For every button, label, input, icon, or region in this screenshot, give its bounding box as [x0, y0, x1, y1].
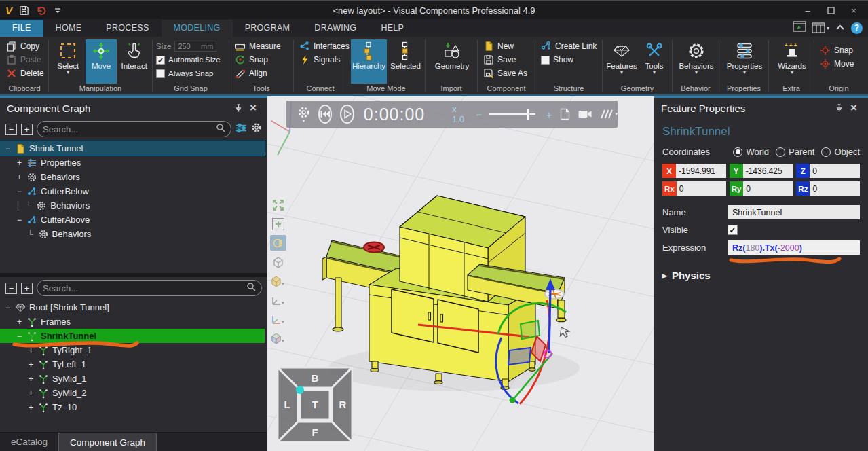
- tree-item-tyleft-1[interactable]: +TyLeft_1: [0, 357, 265, 372]
- bottom-tab-component-graph[interactable]: Component Graph: [58, 433, 157, 451]
- export-pdf-icon[interactable]: [560, 108, 570, 120]
- close-panel-icon[interactable]: ×: [246, 101, 261, 115]
- tree-expander[interactable]: +: [16, 173, 23, 182]
- viewcube-corner-marker[interactable]: [296, 386, 304, 394]
- collapse-all-button-2[interactable]: −: [5, 283, 17, 294]
- origin-move-button[interactable]: Move: [818, 57, 861, 71]
- pose-input-rx[interactable]: 0: [677, 181, 726, 196]
- menu-tab-help[interactable]: HELP: [369, 20, 416, 37]
- copy-button[interactable]: Copy: [4, 39, 46, 53]
- radio-icon[interactable]: [821, 147, 831, 157]
- signals-button[interactable]: Signals: [297, 53, 345, 67]
- pose-input-x[interactable]: -1594.991: [676, 164, 726, 178]
- origin-snap-button[interactable]: Snap: [818, 43, 861, 57]
- collapse-ribbon-icon[interactable]: [835, 22, 846, 34]
- selected-move-mode-button[interactable]: Selected: [388, 39, 423, 84]
- undo-icon[interactable]: [36, 5, 47, 16]
- create-link-button[interactable]: Create Link: [539, 39, 600, 53]
- frame-display-icon[interactable]: ▾: [270, 292, 286, 308]
- wizards-button[interactable]: + + +Wizards▾: [775, 39, 809, 84]
- expand-all-button[interactable]: +: [21, 124, 33, 135]
- tree-expander[interactable]: +: [27, 389, 35, 398]
- axis-display-icon[interactable]: ▾: [270, 311, 286, 327]
- tree-expander[interactable]: −: [16, 215, 23, 225]
- reset-simulation-button[interactable]: [318, 105, 332, 124]
- always-snap-checkbox[interactable]: ✓: [156, 69, 165, 78]
- fit-all-icon[interactable]: [270, 197, 286, 213]
- name-input[interactable]: [728, 205, 860, 219]
- tree-expander[interactable]: +: [16, 158, 23, 168]
- menu-tab-program[interactable]: PROGRAM: [233, 20, 303, 37]
- restore-layout-icon[interactable]: [793, 21, 806, 35]
- save-quick-icon[interactable]: [19, 5, 29, 16]
- minimize-button[interactable]: –: [797, 3, 818, 17]
- align-button[interactable]: Align: [233, 67, 291, 80]
- pin-icon[interactable]: [831, 103, 846, 113]
- collapse-all-button[interactable]: −: [5, 124, 17, 135]
- tree-item-behaviors[interactable]: +Behaviors: [0, 170, 265, 184]
- properties-button[interactable]: Properties▾: [725, 39, 764, 84]
- shaded-cube-icon[interactable]: ▾: [270, 273, 286, 289]
- tree-item-shrink-tunnel[interactable]: −Shrink Tunnel: [0, 141, 265, 156]
- menu-tab-drawing[interactable]: DRAWING: [302, 20, 369, 37]
- menu-tab-file[interactable]: FILE: [0, 20, 43, 37]
- coordinate-mode-world[interactable]: World: [733, 147, 769, 157]
- close-button[interactable]: ×: [844, 3, 864, 17]
- tree-item-frames[interactable]: +Frames: [0, 314, 265, 329]
- view-center-icon[interactable]: [270, 235, 286, 251]
- save-as-component-button[interactable]: Save As: [481, 67, 533, 80]
- fit-selected-icon[interactable]: [270, 216, 286, 232]
- customize-quick-access-icon[interactable]: [54, 6, 62, 14]
- search-input[interactable]: [43, 124, 212, 134]
- show-structure-checkbox-row[interactable]: ✓Show: [539, 53, 600, 67]
- simulation-settings-gear-icon[interactable]: ▾: [297, 106, 310, 123]
- tree-expander[interactable]: +: [27, 360, 35, 369]
- pose-input-rz[interactable]: 0: [810, 181, 860, 196]
- origin-cube-icon[interactable]: ▾: [270, 330, 286, 346]
- tree-expander[interactable]: +: [27, 403, 35, 412]
- tree-item-tyright-1[interactable]: +TyRight_1: [0, 343, 265, 357]
- show-structure-checkbox[interactable]: ✓: [541, 56, 550, 65]
- tree-expander[interactable]: +: [27, 346, 35, 355]
- measure-button[interactable]: Measure: [233, 39, 291, 53]
- menu-tab-process[interactable]: PROCESS: [94, 20, 161, 37]
- coordinate-mode-object[interactable]: Object: [821, 147, 860, 157]
- record-video-icon[interactable]: [578, 109, 592, 119]
- expression-input[interactable]: Rz(180).Tx(-2000): [728, 240, 860, 255]
- pose-input-y[interactable]: -1436.425: [743, 164, 793, 178]
- pose-input-z[interactable]: 0: [810, 164, 860, 178]
- interact-button[interactable]: Interact: [118, 39, 150, 84]
- features-button[interactable]: Features▾: [606, 39, 637, 84]
- hierarchy-move-mode-button[interactable]: Hierarchy: [351, 39, 387, 84]
- snap-tool-button[interactable]: Snap: [233, 53, 291, 67]
- tree-expander[interactable]: +: [16, 317, 23, 327]
- tree-item-symid-2[interactable]: +SyMid_2: [0, 386, 265, 400]
- tree-expander[interactable]: −: [4, 144, 12, 154]
- tree-expander[interactable]: −: [4, 303, 12, 312]
- help-icon[interactable]: ?: [851, 22, 863, 34]
- tree-item-behaviors[interactable]: └Behaviors: [0, 227, 265, 241]
- save-component-button[interactable]: Save: [481, 53, 533, 67]
- coordinate-mode-parent[interactable]: Parent: [776, 147, 814, 157]
- grid-size-input[interactable]: 250mm: [174, 41, 216, 52]
- render-mode-cube-icon[interactable]: [270, 254, 286, 270]
- tree-item-cutterbelow[interactable]: −CutterBelow: [0, 184, 265, 198]
- physics-section-header[interactable]: ▶ Physics: [662, 270, 860, 281]
- bottom-tab-ecatalog[interactable]: eCatalog: [0, 433, 58, 451]
- viewport-3d[interactable]: ▾ 0:00:00 x 1.0 − + ▾ ▾ ▾: [267, 96, 654, 451]
- radio-icon[interactable]: [776, 147, 785, 157]
- speed-increase-button[interactable]: +: [546, 109, 552, 120]
- play-simulation-button[interactable]: [340, 105, 354, 124]
- tree-item-shrinktunnel[interactable]: −ShrinkTunnel: [0, 329, 265, 343]
- maximize-button[interactable]: [820, 3, 841, 17]
- expand-all-button-2[interactable]: +: [21, 283, 33, 294]
- simulation-speed-slider[interactable]: [489, 109, 535, 120]
- tree-item-root-shrink-tunnel[interactable]: −Root [Shrink Tunnel]: [0, 300, 265, 314]
- tree-item-behaviors[interactable]: │ └Behaviors: [0, 198, 265, 213]
- visible-checkbox[interactable]: ✓: [728, 225, 738, 235]
- new-component-button[interactable]: New: [481, 39, 533, 53]
- app-logo-icon[interactable]: V: [5, 5, 12, 16]
- automatic-size-checkbox[interactable]: ✓: [156, 56, 165, 65]
- close-panel-icon[interactable]: ×: [846, 101, 861, 115]
- menu-tab-home[interactable]: HOME: [43, 20, 94, 37]
